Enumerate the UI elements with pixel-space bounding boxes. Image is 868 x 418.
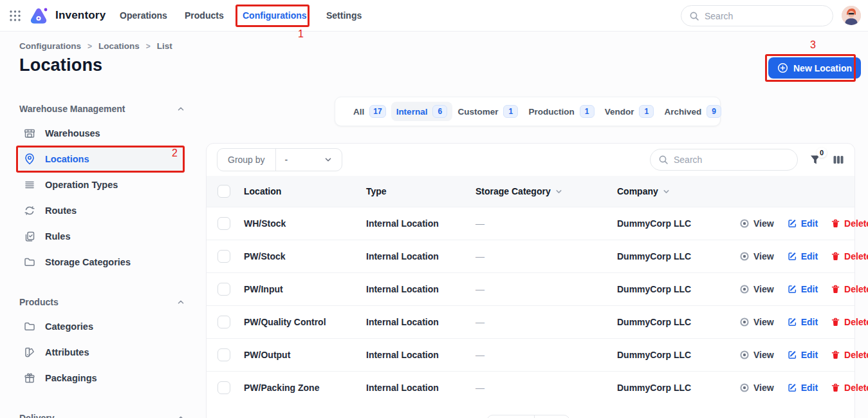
sidebar-item-categories[interactable]: Categories (19, 314, 185, 339)
cell-company: DummyCorp LLC (617, 284, 739, 294)
tab-count-badge: 17 (369, 105, 385, 118)
sidebar-item-routes[interactable]: Routes (19, 198, 185, 223)
chevron-down-icon (555, 187, 563, 196)
annotation-label-1: 1 (298, 28, 304, 40)
global-search-input[interactable] (705, 11, 825, 21)
sidebar-item-storage-categories[interactable]: Storage Categories (19, 249, 185, 275)
view-button[interactable]: View (739, 317, 774, 327)
group-by-control[interactable]: Group by - (217, 148, 342, 171)
toolbar-right: 0 (650, 149, 844, 171)
table-row: PW/Output Internal Location — DummyCorp … (207, 338, 854, 371)
tab-vendor[interactable]: Vendor 1 (600, 102, 660, 121)
delete-button[interactable]: Delete (831, 317, 868, 327)
cell-type: Internal Location (366, 383, 476, 393)
eye-icon (739, 218, 750, 229)
delete-button[interactable]: Delete (831, 251, 868, 261)
delete-button[interactable]: Delete (831, 284, 868, 294)
cell-location: PW/Input (244, 284, 366, 294)
pencil-square-icon (787, 251, 797, 261)
tab-production[interactable]: Production 1 (523, 102, 599, 121)
edit-button[interactable]: Edit (787, 350, 818, 360)
sidebar-item-rules[interactable]: Rules (19, 223, 185, 249)
view-button[interactable]: View (739, 251, 774, 261)
tab-archived[interactable]: Archived 9 (659, 102, 726, 121)
select-all-checkbox[interactable] (217, 185, 230, 198)
sidebar-item-label: Storage Categories (45, 257, 131, 267)
row-checkbox[interactable] (217, 381, 230, 394)
pagination[interactable] (486, 415, 570, 418)
view-button[interactable]: View (739, 284, 774, 294)
columns-icon[interactable] (833, 154, 844, 166)
nav-configurations[interactable]: Configurations (243, 10, 307, 21)
pencil-square-icon (787, 284, 797, 294)
tab-internal[interactable]: Internal 6 (391, 102, 453, 121)
table-search-input[interactable] (674, 155, 790, 165)
view-button[interactable]: View (739, 218, 774, 229)
edit-button[interactable]: Edit (787, 218, 818, 229)
row-checkbox[interactable] (217, 283, 230, 296)
table-row: PW/Quality Control Internal Location — D… (207, 305, 854, 338)
tab-count-badge: 1 (639, 105, 654, 118)
breadcrumb-configurations[interactable]: Configurations (19, 41, 81, 51)
row-checkbox[interactable] (217, 217, 230, 230)
cell-location: PW/Quality Control (244, 317, 366, 327)
table-search[interactable] (650, 149, 798, 171)
view-label: View (753, 350, 774, 360)
folder-icon (23, 320, 36, 333)
table-row: WH/Stock Internal Location — DummyCorp L… (207, 207, 854, 240)
page-title: Locations (19, 55, 102, 75)
row-checkbox[interactable] (217, 250, 230, 263)
group-by-label: Group by (217, 149, 276, 171)
delete-label: Delete (844, 284, 868, 294)
delete-button[interactable]: Delete (831, 350, 868, 360)
view-button[interactable]: View (739, 350, 774, 360)
sidebar-item-operation-types[interactable]: Operation Types (19, 172, 185, 198)
group-by-select[interactable]: - (276, 149, 342, 171)
nav-operations[interactable]: Operations (120, 10, 167, 21)
sidebar-section-delivery[interactable]: Delivery (19, 412, 185, 418)
column-header-company[interactable]: Company (617, 186, 739, 196)
breadcrumb-list[interactable]: List (157, 41, 172, 51)
view-button[interactable]: View (739, 383, 774, 393)
tab-all[interactable]: All 17 (348, 102, 391, 121)
pencil-square-icon (787, 350, 797, 360)
pencil-square-icon (787, 218, 797, 229)
user-avatar[interactable] (842, 6, 861, 25)
row-checkbox[interactable] (217, 348, 230, 361)
view-label: View (753, 284, 774, 294)
edit-button[interactable]: Edit (787, 383, 818, 393)
column-header-type[interactable]: Type (366, 186, 476, 196)
breadcrumb-locations[interactable]: Locations (98, 41, 140, 51)
row-checkbox[interactable] (217, 316, 230, 328)
nav-products[interactable]: Products (185, 10, 224, 21)
delete-button[interactable]: Delete (831, 218, 868, 229)
new-location-button[interactable]: New Location (768, 57, 861, 79)
sidebar-section-warehouse-management[interactable]: Warehouse Management (19, 102, 185, 115)
section-title: Products (19, 297, 59, 307)
delete-button[interactable]: Delete (831, 383, 868, 393)
cell-location: PW/Output (244, 350, 366, 360)
sidebar-item-label: Attributes (45, 347, 89, 357)
sidebar-item-packagings[interactable]: Packagings (19, 365, 185, 391)
tab-label: Customer (457, 107, 498, 117)
column-header-location[interactable]: Location (244, 186, 366, 196)
global-search[interactable] (681, 5, 833, 26)
edit-button[interactable]: Edit (787, 284, 818, 294)
filter-button[interactable]: 0 (809, 154, 821, 166)
edit-button[interactable]: Edit (787, 317, 818, 327)
column-header-storage-category[interactable]: Storage Category (476, 186, 617, 196)
tab-customer[interactable]: Customer 1 (452, 102, 523, 121)
pagination-prev[interactable] (487, 415, 535, 418)
app-logo-icon[interactable] (28, 6, 49, 26)
filter-count-badge: 0 (817, 147, 827, 158)
sidebar-item-attributes[interactable]: Attributes (19, 339, 185, 365)
sidebar-section-products[interactable]: Products (19, 296, 185, 309)
nav-settings[interactable]: Settings (326, 10, 362, 21)
apps-grid-icon[interactable] (9, 10, 21, 22)
sidebar-item-locations[interactable]: Locations (19, 146, 185, 172)
sidebar: Warehouse Management Warehouses Location… (19, 102, 185, 418)
chevron-up-icon (176, 413, 185, 418)
edit-button[interactable]: Edit (787, 251, 818, 261)
plus-circle-icon (777, 62, 788, 73)
sidebar-item-warehouses[interactable]: Warehouses (19, 120, 185, 146)
